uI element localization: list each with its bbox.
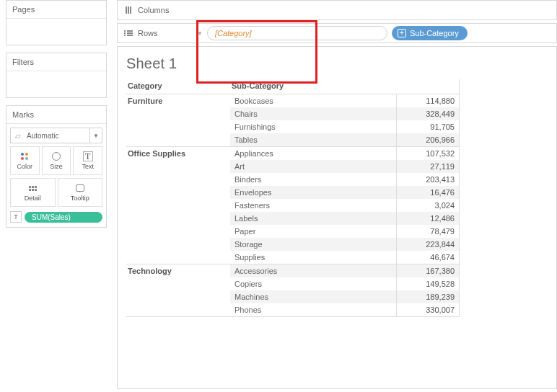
subcategory-cell[interactable]: Paper	[230, 225, 396, 238]
subcategory-cell[interactable]: Binders	[230, 173, 396, 186]
category-cell[interactable]: Office Supplies	[126, 146, 230, 160]
chevron-down-icon: ▼	[93, 133, 99, 139]
detail-icon	[29, 183, 37, 193]
subcategory-cell[interactable]: Storage	[230, 238, 396, 251]
sheet-view: Sheet 1 CategorySub-CategoryFurnitureBoo…	[117, 46, 557, 389]
category-cell[interactable]	[126, 277, 230, 290]
category-cell[interactable]: Furniture	[126, 94, 230, 107]
category-cell[interactable]	[126, 107, 230, 120]
subcategory-cell[interactable]: Tables	[230, 133, 396, 146]
value-cell: 167,380	[396, 264, 460, 277]
data-table: CategorySub-CategoryFurnitureBookcases11…	[126, 79, 548, 317]
color-icon	[21, 151, 28, 161]
header-value	[396, 79, 460, 94]
value-cell: 78,479	[396, 225, 460, 238]
value-cell: 189,239	[396, 290, 460, 303]
marks-header: Marks	[6, 106, 106, 124]
value-cell: 114,880	[396, 94, 460, 107]
header-subcategory[interactable]: Sub-Category	[230, 79, 396, 94]
value-cell: 149,528	[396, 277, 460, 290]
value-cell: 223,844	[396, 238, 460, 251]
pages-panel[interactable]: Pages	[6, 0, 107, 45]
category-cell[interactable]	[126, 120, 230, 133]
value-cell: 46,674	[396, 251, 460, 264]
value-cell: 107,532	[396, 146, 460, 160]
category-cell[interactable]	[126, 173, 230, 186]
value-cell: 330,007	[396, 303, 460, 317]
filters-panel[interactable]: Filters	[6, 53, 107, 98]
subcategory-cell[interactable]: Machines	[230, 290, 396, 303]
subcategory-cell[interactable]: Phones	[230, 303, 396, 317]
category-cell[interactable]	[126, 199, 230, 212]
rows-icon	[123, 30, 133, 36]
subcategory-cell[interactable]: Fasteners	[230, 199, 396, 212]
subcategory-cell[interactable]: Bookcases	[230, 94, 396, 107]
value-cell: 16,476	[396, 186, 460, 199]
rows-label: Rows	[138, 29, 158, 37]
rows-pill-subcategory[interactable]: + Sub-Category	[392, 26, 468, 40]
category-cell[interactable]	[126, 133, 230, 146]
category-cell[interactable]	[126, 238, 230, 251]
subcategory-cell[interactable]: Appliances	[230, 146, 396, 160]
rows-calc-input[interactable]: [Category]	[207, 26, 387, 40]
pages-body[interactable]	[6, 19, 106, 45]
marks-type-select[interactable]: ▱ Automatic ▼	[10, 128, 102, 143]
size-icon	[52, 151, 61, 161]
value-cell: 12,486	[396, 212, 460, 225]
marks-type-label: Automatic	[27, 132, 58, 140]
subcategory-cell[interactable]: Furnishings	[230, 120, 396, 133]
marks-color-button[interactable]: Color	[10, 146, 40, 175]
value-cell: 328,449	[396, 107, 460, 120]
marks-text-button[interactable]: T Text	[73, 146, 102, 175]
subcategory-cell[interactable]: Labels	[230, 212, 396, 225]
text-icon: T	[83, 151, 93, 161]
pages-header: Pages	[6, 1, 106, 19]
subcategory-cell[interactable]: Chairs	[230, 107, 396, 120]
subcategory-cell[interactable]: Supplies	[230, 251, 396, 264]
category-cell[interactable]: Technology	[126, 264, 230, 277]
rows-shelf[interactable]: Rows ▼ [Category] + Sub-Category	[117, 23, 557, 43]
marks-size-button[interactable]: Size	[42, 146, 71, 175]
value-cell: 91,705	[396, 120, 460, 133]
subcategory-cell[interactable]: Art	[230, 160, 396, 173]
columns-icon	[123, 6, 133, 14]
filters-header: Filters	[6, 53, 106, 71]
automatic-icon: ▱	[15, 132, 24, 140]
sheet-title[interactable]: Sheet 1	[126, 55, 548, 72]
category-cell[interactable]	[126, 160, 230, 173]
marks-pill-sum-sales[interactable]: SUM(Sales)	[25, 212, 102, 223]
expand-icon[interactable]: +	[398, 29, 406, 37]
category-cell[interactable]	[126, 186, 230, 199]
marks-detail-button[interactable]: Detail	[10, 178, 56, 207]
marks-tooltip-button[interactable]: Tooltip	[58, 178, 103, 207]
chevron-down-icon[interactable]: ▼	[197, 30, 203, 37]
text-mark-indicator[interactable]: T	[10, 211, 22, 223]
filters-body[interactable]	[6, 71, 106, 97]
tooltip-icon	[76, 183, 84, 193]
category-cell[interactable]	[126, 290, 230, 303]
category-cell[interactable]	[126, 212, 230, 225]
category-cell[interactable]	[126, 303, 230, 317]
subcategory-cell[interactable]: Copiers	[230, 277, 396, 290]
subcategory-cell[interactable]: Accessories	[230, 264, 396, 277]
columns-label: Columns	[138, 6, 169, 14]
value-cell: 27,119	[396, 160, 460, 173]
header-category[interactable]: Category	[126, 79, 230, 94]
value-cell: 3,024	[396, 199, 460, 212]
columns-shelf[interactable]: Columns	[117, 0, 557, 20]
category-cell[interactable]	[126, 251, 230, 264]
subcategory-cell[interactable]: Envelopes	[230, 186, 396, 199]
marks-panel: Marks ▱ Automatic ▼ Color Size T Text De…	[6, 105, 107, 228]
category-cell[interactable]	[126, 225, 230, 238]
value-cell: 206,966	[396, 133, 460, 146]
value-cell: 203,413	[396, 173, 460, 186]
